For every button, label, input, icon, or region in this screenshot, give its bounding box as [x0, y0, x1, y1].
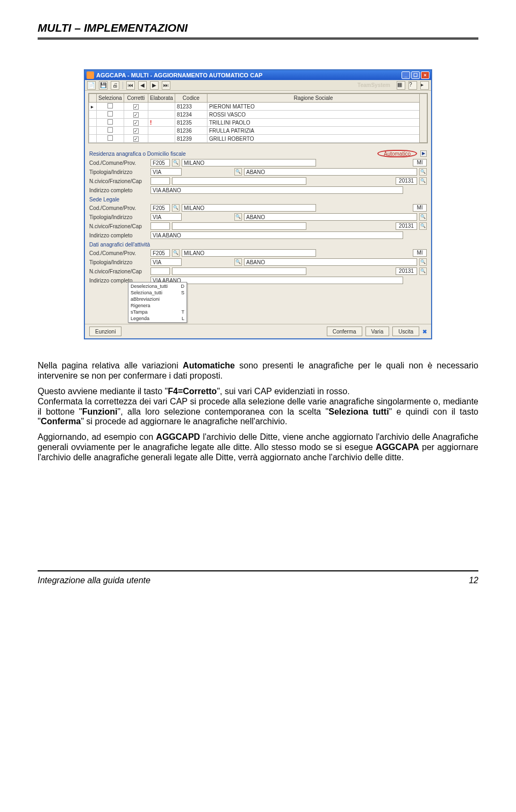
table-row: 81239GRILLI ROBERTO — [89, 135, 427, 143]
arrow-icon[interactable]: ▶ — [420, 150, 427, 157]
cap-field[interactable]: 20131 — [396, 177, 417, 185]
grid-header-row: Seleziona Corretti Elaborata Codice Ragi… — [89, 94, 427, 103]
toolbar-button[interactable]: 💾 — [99, 81, 108, 90]
funzioni-popup[interactable]: Deseleziona_tuttiD Seleziona_tuttiS aBbr… — [128, 282, 187, 323]
conferma-button[interactable]: Conferma — [327, 327, 362, 336]
nav-prev-button[interactable]: ◀ — [138, 81, 147, 90]
tipologia-field[interactable]: VIA — [150, 168, 182, 176]
uscita-button[interactable]: Uscita — [392, 327, 419, 336]
brand-logo: TeamSystem — [357, 82, 390, 88]
minimize-button[interactable]: _ — [402, 71, 410, 79]
app-window: AGGCAPA - MULTI - AGGIORNAMENTO AUTOMATI… — [84, 69, 432, 339]
section-dati-attivita: Dati anagrafici dell'attività — [89, 242, 427, 248]
footer-left: Integrazione alla guida utente — [38, 576, 150, 585]
form-area: Residenza anagrafica o Domicilio fiscale… — [85, 146, 431, 324]
automatico-badge: Automatico — [377, 150, 417, 157]
bottom-bar: Eunzioni Conferma Varia Uscita ✖ — [85, 324, 431, 338]
doc-header: MULTI – IMPLEMENTAZIONI — [38, 21, 478, 37]
toolbar-button[interactable]: ▸ — [420, 81, 429, 90]
cod-field[interactable]: F205 — [150, 159, 170, 166]
table-row: ▸81233PIERONI MATTEO — [89, 103, 427, 111]
window-title: AGGCAPA - MULTI - AGGIORNAMENTO AUTOMATI… — [96, 72, 262, 78]
lookup-icon[interactable]: 🔍 — [234, 168, 242, 176]
via-field[interactable]: ABANO — [244, 168, 417, 176]
header-rule-thin — [38, 39, 478, 40]
toolbar-button[interactable]: ? — [408, 81, 417, 90]
scrollbar[interactable] — [420, 94, 427, 143]
lookup-icon[interactable]: 🔍 — [419, 177, 427, 185]
toolbar: 📄 💾 🖨 ⏮ ◀ ▶ ⏭ TeamSystem ▦ ? ▸ — [85, 80, 431, 91]
maximize-button[interactable]: ☐ — [411, 71, 420, 79]
header-rule-thick — [38, 38, 478, 39]
varia-button[interactable]: Varia — [366, 327, 390, 336]
page-footer: Integrazione alla guida utente 12 — [38, 576, 478, 585]
close-round-icon[interactable]: ✖ — [422, 329, 427, 335]
paragraph-1: Nella pagina relativa alle variazioni Au… — [38, 361, 478, 381]
nav-next-button[interactable]: ▶ — [150, 81, 159, 90]
nav-last-button[interactable]: ⏭ — [162, 81, 170, 90]
indirizzo-completo[interactable]: VIA ABANO — [150, 186, 403, 194]
toolbar-button[interactable]: 📄 — [87, 81, 96, 90]
lookup-icon[interactable]: 🔍 — [172, 159, 180, 166]
funzioni-button[interactable]: Eunzioni — [89, 327, 121, 336]
page-number: 12 — [469, 576, 478, 585]
paragraph-3: Confermata la correttezza dei vari CAP s… — [38, 397, 478, 427]
table-row: !81235TRILLINI PAOLO — [89, 119, 427, 127]
paragraph-4: Aggiornando, ad esempio con AGGCAPD l'ar… — [38, 432, 478, 463]
table-row: 81234ROSSI VASCO — [89, 111, 427, 119]
footer-rule — [38, 570, 478, 571]
titlebar: AGGCAPA - MULTI - AGGIORNAMENTO AUTOMATI… — [85, 70, 431, 80]
app-icon — [87, 71, 94, 79]
prov-field[interactable]: MI — [413, 159, 427, 166]
table-row: 81236FRULLA PATRIZIA — [89, 127, 427, 135]
comune-field[interactable]: MILANO — [182, 159, 316, 166]
lookup-icon[interactable]: 🔍 — [419, 168, 427, 176]
nav-first-button[interactable]: ⏮ — [126, 81, 135, 90]
section-sede-legale: Sede Legale — [89, 197, 427, 202]
paragraph-2: Questo avviene mediante il tasto "F4=Cor… — [38, 387, 478, 397]
toolbar-button[interactable]: 🖨 — [111, 81, 119, 90]
toolbar-button[interactable]: ▦ — [397, 81, 405, 90]
data-grid: Seleziona Corretti Elaborata Codice Ragi… — [88, 93, 428, 143]
close-button[interactable]: × — [421, 71, 429, 79]
section-residenza: Residenza anagrafica o Domicilio fiscale… — [89, 150, 427, 157]
